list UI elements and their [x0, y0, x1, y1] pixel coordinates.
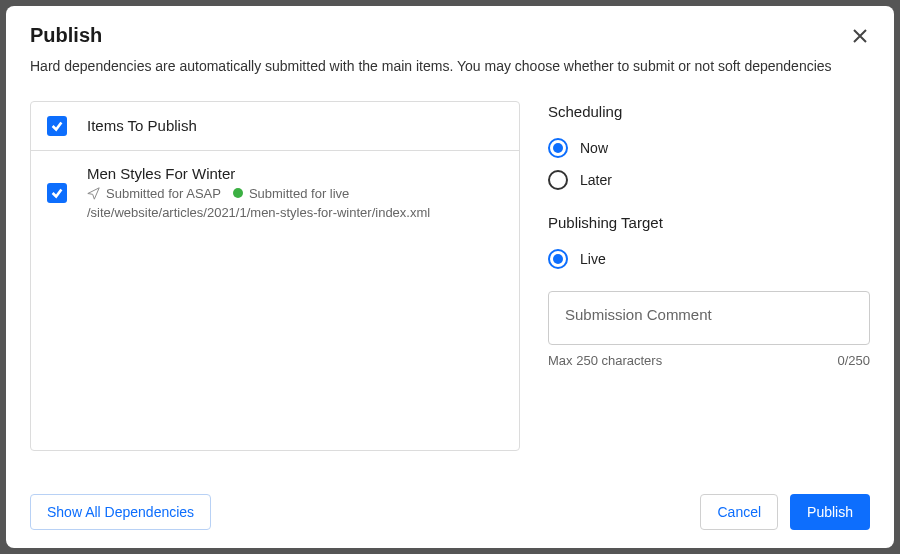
radio-label: Later: [580, 172, 612, 188]
submitted-live-label: Submitted for live: [249, 186, 349, 201]
scheduling-heading: Scheduling: [548, 103, 870, 120]
cancel-button[interactable]: Cancel: [700, 494, 778, 530]
publish-dialog: Publish Hard dependencies are automatica…: [6, 6, 894, 548]
items-header: Items To Publish: [31, 102, 519, 151]
comment-footer: Max 250 characters 0/250: [548, 353, 870, 368]
list-item: Men Styles For Winter Submitted for ASAP…: [31, 151, 519, 234]
dialog-title: Publish: [30, 24, 870, 47]
radio-label: Now: [580, 140, 608, 156]
dialog-header: Publish Hard dependencies are automatica…: [6, 6, 894, 83]
publishing-target-group: Live: [548, 243, 870, 275]
show-all-dependencies-button[interactable]: Show All Dependencies: [30, 494, 211, 530]
footer-right: Cancel Publish: [700, 494, 870, 530]
close-button[interactable]: [846, 22, 874, 50]
submission-comment-input[interactable]: Submission Comment: [548, 291, 870, 345]
items-panel: Items To Publish Men Styles For Winter S…: [30, 101, 520, 451]
paper-plane-icon: [87, 187, 100, 200]
dialog-body: Items To Publish Men Styles For Winter S…: [6, 83, 894, 480]
comment-counter: 0/250: [837, 353, 870, 368]
radio-label: Live: [580, 251, 606, 267]
radio-icon: [548, 138, 568, 158]
comment-max-hint: Max 250 characters: [548, 353, 662, 368]
item-title: Men Styles For Winter: [87, 165, 503, 182]
radio-icon: [548, 170, 568, 190]
item-content: Men Styles For Winter Submitted for ASAP…: [87, 165, 503, 220]
dialog-footer: Show All Dependencies Cancel Publish: [6, 480, 894, 548]
items-header-label: Items To Publish: [87, 117, 197, 134]
options-panel: Scheduling Now Later Publishing Target L…: [548, 101, 870, 480]
check-icon: [50, 186, 64, 200]
item-path: /site/website/articles/2021/1/men-styles…: [87, 205, 503, 220]
submitted-asap-label: Submitted for ASAP: [106, 186, 221, 201]
close-icon: [852, 28, 868, 44]
scheduling-option-later[interactable]: Later: [548, 164, 870, 196]
select-all-checkbox[interactable]: [47, 116, 67, 136]
publish-button[interactable]: Publish: [790, 494, 870, 530]
item-checkbox[interactable]: [47, 183, 67, 203]
radio-icon: [548, 249, 568, 269]
scheduling-option-now[interactable]: Now: [548, 132, 870, 164]
check-icon: [50, 119, 64, 133]
dialog-subtitle: Hard dependencies are automatically subm…: [30, 57, 870, 77]
publishing-target-heading: Publishing Target: [548, 214, 870, 231]
scheduling-group: Now Later: [548, 132, 870, 196]
publishing-target-live[interactable]: Live: [548, 243, 870, 275]
item-meta: Submitted for ASAP Submitted for live: [87, 186, 503, 201]
status-dot-icon: [233, 188, 243, 198]
